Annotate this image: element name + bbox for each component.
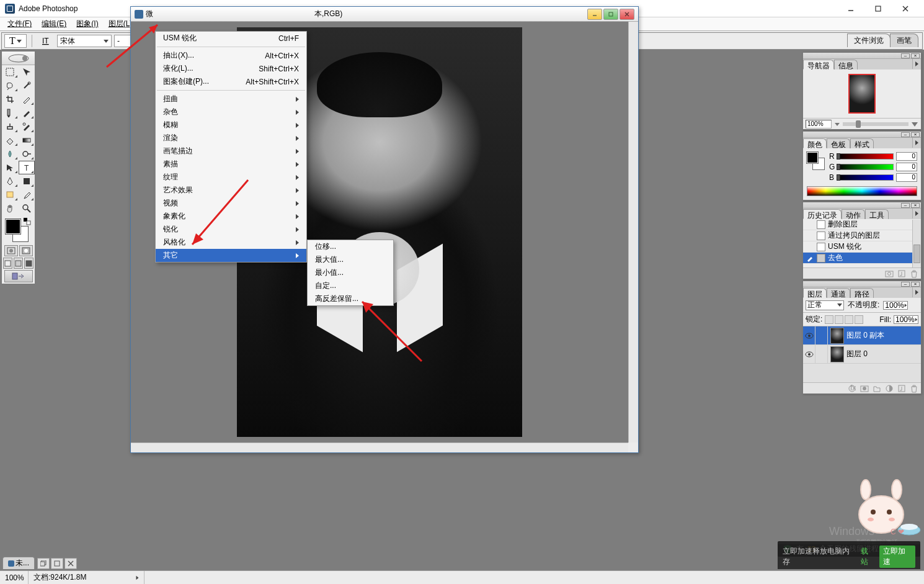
filter-other[interactable]: 其它: [156, 249, 306, 262]
fill-input[interactable]: 100%: [894, 315, 918, 324]
window-close-button[interactable]: [892, 0, 919, 17]
layer-row-selected[interactable]: 图层 0 副本: [803, 326, 921, 345]
dodge-tool[interactable]: [19, 147, 35, 161]
panel-menu-button[interactable]: [912, 138, 921, 148]
crop-tool[interactable]: [2, 92, 19, 106]
system-tray-notification-line2[interactable]: 立即加速释放电脑内存 载站 立即加速: [778, 544, 920, 569]
panel-menu-button[interactable]: [912, 287, 921, 297]
document-scrollbar-horizontal[interactable]: [131, 442, 628, 452]
r-input[interactable]: 0: [896, 152, 917, 161]
layer-name[interactable]: 图层 0 副本: [846, 330, 884, 341]
panel-minimize-button[interactable]: –: [901, 282, 910, 287]
opacity-input[interactable]: 100%: [883, 301, 908, 310]
layer-set-icon[interactable]: [873, 384, 881, 393]
r-slider[interactable]: [838, 153, 894, 159]
filter-render[interactable]: 渲染: [156, 132, 306, 145]
font-family-select[interactable]: 宋体: [57, 35, 112, 47]
menu-image[interactable]: 图象(I): [71, 17, 103, 30]
delete-icon[interactable]: [910, 269, 918, 278]
window-maximize-button[interactable]: [864, 0, 892, 17]
history-item[interactable]: 通过拷贝的图层: [803, 230, 921, 241]
gradient-tool[interactable]: [19, 133, 35, 147]
menu-edit[interactable]: 编辑(E): [37, 17, 71, 30]
panel-close-button[interactable]: ×: [911, 53, 920, 58]
layer-mask-icon[interactable]: [860, 384, 869, 393]
document-titlebar[interactable]: 微 本,RGB): [131, 7, 638, 22]
panel-menu-button[interactable]: [912, 209, 921, 218]
zoom-tool[interactable]: [19, 202, 35, 215]
doc-tab-close-button[interactable]: [64, 558, 77, 569]
navigator-tab[interactable]: 导航器: [803, 60, 834, 70]
history-scrollbar[interactable]: [912, 220, 921, 267]
styles-tab[interactable]: 样式: [850, 138, 874, 148]
panel-close-button[interactable]: ×: [911, 203, 920, 208]
type-tool[interactable]: T: [19, 161, 35, 174]
panel-color-swatches[interactable]: [807, 152, 825, 173]
panel-close-button[interactable]: ×: [911, 132, 920, 137]
filter-video[interactable]: 视频: [156, 197, 306, 210]
layer-style-icon[interactable]: fx: [848, 384, 856, 393]
document-tab[interactable]: 未...: [2, 557, 35, 569]
tab-brushes[interactable]: 画笔: [890, 34, 918, 47]
move-tool[interactable]: [19, 65, 35, 79]
b-slider[interactable]: [838, 174, 894, 181]
filter-pixelate[interactable]: 象素化: [156, 210, 306, 223]
path-select-tool[interactable]: [2, 161, 19, 174]
notes-tool[interactable]: [2, 188, 19, 202]
screen-menubar-button[interactable]: [14, 258, 23, 269]
filter-artistic[interactable]: 艺术效果: [156, 184, 306, 197]
panel-menu-button[interactable]: [912, 59, 921, 69]
slice-tool[interactable]: [19, 92, 35, 106]
filter-distort[interactable]: 扭曲: [156, 92, 306, 106]
jump-to-imageready-button[interactable]: [4, 270, 33, 282]
panel-minimize-button[interactable]: –: [901, 132, 910, 137]
blend-mode-select[interactable]: 正常: [806, 300, 844, 310]
default-colors-icon[interactable]: [24, 218, 31, 225]
filter-blur[interactable]: 模糊: [156, 119, 306, 132]
quick-mask-button[interactable]: [19, 245, 33, 256]
filter-sharpen[interactable]: 锐化: [156, 223, 306, 236]
panel-close-button[interactable]: ×: [911, 282, 920, 287]
screen-full-button[interactable]: [24, 258, 33, 269]
actions-tab[interactable]: 动作: [842, 209, 865, 219]
submenu-minimum[interactable]: 最小值...: [308, 266, 393, 279]
color-swatches[interactable]: [4, 218, 32, 243]
accelerate-button[interactable]: 立即加速: [879, 546, 916, 568]
filter-extract[interactable]: 抽出(X)...Alt+Ctrl+X: [156, 49, 306, 62]
lock-all-icon[interactable]: [855, 315, 863, 324]
hand-tool[interactable]: [2, 202, 19, 215]
history-item-current[interactable]: 去色: [803, 253, 921, 264]
submenu-maximum[interactable]: 最大值...: [308, 253, 393, 266]
status-zoom[interactable]: 100%: [0, 571, 29, 584]
magic-wand-tool[interactable]: [19, 79, 35, 92]
history-brush-tool[interactable]: [19, 120, 35, 133]
blur-tool[interactable]: [2, 147, 19, 161]
submenu-high-pass[interactable]: 高反差保留...: [308, 292, 393, 305]
clone-stamp-tool[interactable]: [2, 120, 19, 133]
shape-tool[interactable]: [19, 174, 35, 188]
lock-transparent-icon[interactable]: [825, 315, 833, 324]
info-tab[interactable]: 信息: [834, 60, 858, 70]
filter-sketch[interactable]: 素描: [156, 158, 306, 171]
g-slider[interactable]: [838, 164, 894, 170]
filter-pattern[interactable]: 图案创建(P)...Alt+Shift+Ctrl+X: [156, 75, 306, 88]
filter-stylize[interactable]: 风格化: [156, 236, 306, 249]
eraser-tool[interactable]: [2, 133, 19, 147]
doc-tab-restore-button[interactable]: [37, 558, 50, 569]
brush-tool[interactable]: [19, 106, 35, 120]
standard-mode-button[interactable]: [4, 245, 18, 256]
snapshot-icon[interactable]: [885, 269, 894, 278]
adjustment-layer-icon[interactable]: [885, 384, 894, 393]
navigator-preview[interactable]: [803, 70, 921, 118]
doc-minimize-button[interactable]: [587, 9, 602, 20]
doc-tab-maximize-button[interactable]: [51, 558, 63, 569]
status-doc-info[interactable]: 文档:924K/1.8M: [29, 571, 144, 584]
tool-preset-picker[interactable]: T: [4, 34, 27, 48]
panel-minimize-button[interactable]: –: [901, 53, 910, 58]
b-input[interactable]: 0: [896, 173, 917, 182]
lock-pixels-icon[interactable]: [835, 315, 843, 324]
marquee-tool[interactable]: [2, 65, 19, 79]
history-item[interactable]: 删除图层: [803, 219, 921, 230]
channels-tab[interactable]: 通道: [827, 288, 850, 298]
layer-row[interactable]: 图层 0: [803, 345, 921, 364]
